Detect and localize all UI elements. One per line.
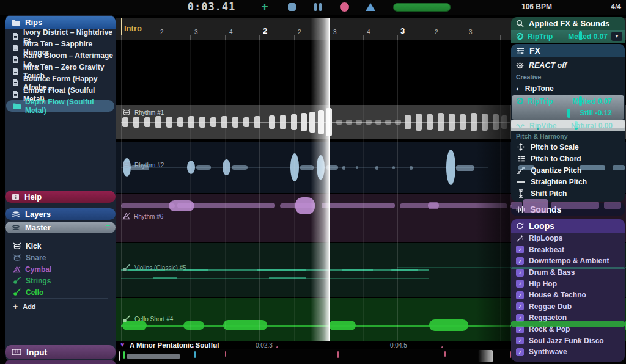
ripvibe-value: Natural 0.00: [571, 122, 613, 130]
fx-slider-handle[interactable]: [567, 109, 570, 118]
pitch-tool-straighten-pitch[interactable]: Straighten Pitch: [511, 176, 625, 187]
waveform-segment: [257, 269, 306, 271]
ruler-tick: [294, 35, 295, 40]
gear-icon: [516, 62, 524, 70]
riptrip-value-1: Melted 0.07: [572, 97, 612, 106]
ripvibe-fx-row[interactable]: RipVibe Natural 0.00: [511, 120, 625, 131]
waveform-hit: [269, 115, 275, 129]
ruler-beat-label: 2: [160, 29, 164, 35]
waveform-segment: [169, 200, 194, 211]
ruler-tick: [225, 35, 226, 40]
record-button[interactable]: [340, 2, 349, 12]
pitch-tool-pitch-to-chord[interactable]: Pitch to Chord: [511, 153, 625, 164]
loops-panel-header[interactable]: Loops: [511, 219, 625, 233]
master-title: Master: [25, 223, 51, 232]
loop-category-breakbeat[interactable]: ♪Breakbeat: [511, 244, 625, 256]
loop-note-icon: ♪: [516, 269, 524, 277]
loop-category-label: Downtempo & Ambient: [529, 257, 609, 265]
layer-item-cello[interactable]: Cello: [5, 286, 116, 298]
waveform-segment: [183, 321, 204, 330]
playhead[interactable]: [311, 18, 330, 341]
layer-item-snare[interactable]: Snare: [5, 252, 116, 263]
waveform-segment: [322, 203, 395, 208]
pitch-tool-shift-pitch[interactable]: Shift Pitch: [511, 187, 625, 199]
loop-category-rock-pop[interactable]: ♪Rock & Pop: [511, 324, 625, 335]
master-layer-row[interactable]: Master ≡: [5, 222, 116, 233]
pitch-tool-quantize-pitch[interactable]: Quantize Pitch: [511, 164, 625, 176]
key-scale-label: A Minor Pentatonic Soulful: [130, 341, 219, 349]
waveform-hit: [166, 117, 172, 128]
add-button[interactable]: +: [259, 0, 270, 13]
time-signature[interactable]: 4/4: [611, 2, 621, 11]
loop-category-hip-hop[interactable]: ♪Hip Hop: [511, 278, 625, 289]
stop-button[interactable]: [288, 3, 296, 11]
help-section-header[interactable]: Help: [5, 191, 116, 203]
waveform-segment: [269, 277, 306, 279]
layer-item-cymbal[interactable]: Cymbal: [5, 263, 116, 275]
loop-category-label: Soul Jazz Funk Disco: [529, 337, 604, 345]
layers-section-header[interactable]: Layers: [5, 208, 116, 220]
riptrip-swirl-icon: [516, 97, 524, 105]
violin-icon: [13, 288, 21, 296]
riptone-label: RipTone: [525, 84, 554, 93]
heart-icon[interactable]: ♥: [120, 341, 125, 348]
applied-fx-riptrip-row[interactable]: RipTrip Melted 0.07 ▼: [511, 30, 625, 43]
bpm-display[interactable]: 106 BPM: [512, 2, 561, 11]
loop-category-riploops[interactable]: RipLoops: [511, 233, 625, 244]
loops-list: RipLoops♪Breakbeat♪Downtempo & Ambient♪D…: [511, 233, 625, 358]
loop-category-house-techno[interactable]: ♪House & Techno: [511, 289, 625, 301]
level-meter: [393, 3, 451, 12]
ruler-tick: [500, 35, 501, 40]
master-menu-icon[interactable]: ≡: [105, 222, 110, 231]
add-layer-button[interactable]: + Add: [13, 302, 36, 311]
waveform-segment: [153, 277, 177, 279]
creative-group-label: Creative: [516, 73, 541, 81]
ruler-tick: [121, 35, 122, 40]
react-toggle-row[interactable]: REACT off: [511, 59, 625, 71]
loop-category-synthwave[interactable]: ♪Synthwave: [511, 346, 625, 358]
rips-section-header[interactable]: Rips: [5, 16, 116, 29]
move-vertical-icon: [517, 143, 525, 151]
riptrip-fx-selected[interactable]: RipTrip Melted 0.07 Still -0.12: [512, 95, 624, 120]
layer-item-kick[interactable]: Kick: [5, 240, 116, 252]
waveform-hit: [210, 117, 216, 127]
sounds-section-header[interactable]: Sounds: [511, 203, 625, 216]
waveform-hit: [232, 117, 238, 128]
layer-item-strings[interactable]: Strings: [5, 275, 116, 286]
fx-panel-header[interactable]: FX: [511, 44, 625, 57]
loop-category-reggae-dub[interactable]: ♪Reggae Dub: [511, 301, 625, 313]
waveform-hit: [438, 113, 444, 131]
loop-category-label: Reggaeton: [529, 313, 567, 322]
play-triangle-button[interactable]: [366, 3, 375, 11]
waveform-segment: [392, 166, 395, 169]
rips-list-item[interactable]: Depth Flow (Soulful Metal): [6, 100, 114, 112]
loop-category-drum-bass[interactable]: ♪Drum & Bass: [511, 267, 625, 278]
loop-category-reggaeton[interactable]: ♪Reggaeton: [511, 312, 625, 324]
riptrip-name: RipTrip: [528, 97, 553, 106]
fx-panel: FX REACT off Creative ◐ RipTone RipTrip …: [511, 44, 625, 202]
pause-button[interactable]: [314, 3, 322, 11]
layer-label: Snare: [26, 253, 46, 262]
pitch-tool-label: Quantize Pitch: [531, 166, 581, 175]
waveform-hit: [427, 114, 433, 130]
loop-category-downtempo-ambient[interactable]: ♪Downtempo & Ambient: [511, 255, 625, 267]
minimap-scroll-pill[interactable]: [127, 354, 180, 359]
waveform-hit: [221, 116, 227, 128]
layer-label: Kick: [26, 242, 41, 250]
riptone-fx-row[interactable]: ◐ RipTone: [511, 82, 625, 95]
waveform-hit: [416, 114, 422, 131]
applied-fx-header[interactable]: Applied FX & Sounds: [511, 17, 625, 30]
folder-icon: [12, 103, 21, 110]
collapsed-panel-edge[interactable]: [5, 360, 116, 364]
pitch-tool-pitch-to-scale[interactable]: Pitch to Scale: [511, 141, 625, 153]
input-section-header[interactable]: Input: [5, 345, 116, 359]
playback-timer: 0:03.41: [181, 1, 242, 13]
waveform-hit: [223, 159, 230, 175]
waveform-hit: [177, 117, 183, 127]
loop-category-soul-jazz-funk-disco[interactable]: ♪Soul Jazz Funk Disco: [511, 335, 625, 346]
track-label: Rhythm #1: [122, 109, 164, 116]
waveform-segment: [342, 269, 373, 271]
fx-dropdown-button[interactable]: ▼: [611, 32, 622, 41]
minimap-tick: [119, 351, 120, 361]
minimap-tick: [194, 351, 196, 358]
